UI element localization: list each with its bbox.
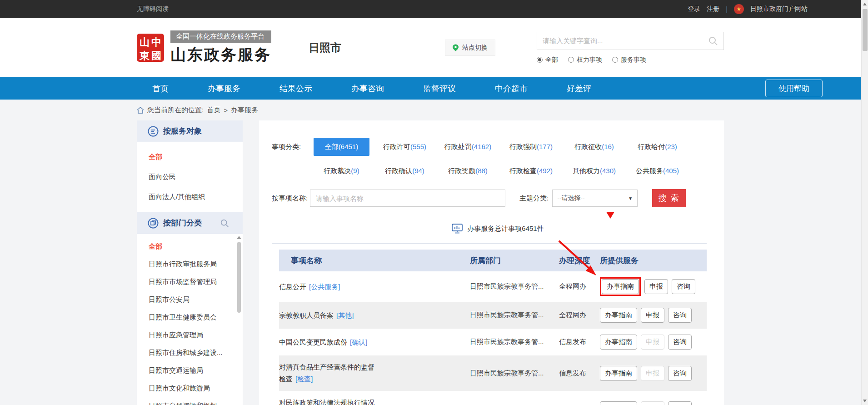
nav-item-home[interactable]: 首页 bbox=[152, 83, 169, 94]
item-name-link[interactable]: 对清真食品生产经营条件的监督检查 bbox=[279, 363, 374, 383]
national-emblem-icon: ★ bbox=[734, 4, 744, 14]
category-xingzhengqueren[interactable]: 行政确认(94) bbox=[373, 167, 436, 175]
item-tag[interactable]: [确认] bbox=[350, 338, 367, 346]
dept-item-all[interactable]: 全部 bbox=[137, 238, 243, 255]
item-department: 日照市民族宗教事务管... bbox=[470, 282, 559, 291]
department-search-icon[interactable] bbox=[220, 219, 229, 228]
consult-button[interactable]: 咨询 bbox=[668, 366, 692, 381]
topic-select[interactable]: --请选择-- ▼ bbox=[552, 190, 638, 207]
list-circle-icon bbox=[148, 126, 159, 137]
category-xingzhengcaijue[interactable]: 行政裁决(9) bbox=[310, 167, 373, 175]
nav-item-rating[interactable]: 好差评 bbox=[567, 83, 591, 94]
portal-link[interactable]: 日照市政府门户网站 bbox=[750, 5, 808, 13]
category-qitaquanli[interactable]: 其他权力(430) bbox=[563, 167, 626, 175]
apply-button-disabled: 申报 bbox=[641, 401, 664, 405]
page-scrollbar[interactable] bbox=[861, 0, 868, 405]
nav-item-supervision[interactable]: 监督评议 bbox=[423, 83, 456, 94]
item-tag[interactable]: [其他] bbox=[336, 311, 354, 319]
table-row: 中国公民变更民族成份[确认] 日照市民族宗教事务管... 信息发布 办事指南 申… bbox=[279, 329, 707, 355]
item-department: 日照市民族宗教事务管... bbox=[470, 369, 559, 378]
scroll-up-arrow-icon[interactable] bbox=[237, 236, 241, 239]
guide-button[interactable]: 办事指南 bbox=[600, 401, 637, 405]
item-name-link[interactable]: 中国公民变更民族成份 bbox=[279, 338, 347, 346]
item-name-link[interactable]: 信息公开 bbox=[279, 283, 306, 290]
category-xingzhengjiangli[interactable]: 行政奖励(88) bbox=[436, 167, 499, 175]
breadcrumb-separator: > bbox=[224, 106, 228, 114]
item-department: 日照市民族宗教事务管... bbox=[470, 311, 559, 320]
breadcrumb-home[interactable]: 首页 bbox=[207, 106, 220, 115]
scope-power-radio[interactable]: 权力事项 bbox=[568, 56, 602, 64]
item-depth: 信息发布 bbox=[559, 369, 600, 378]
dept-item-health-commission[interactable]: 日照市卫生健康委员会 bbox=[137, 309, 243, 326]
search-icon[interactable] bbox=[708, 36, 718, 46]
category-xingzhengzhengshou[interactable]: 行政征收(16) bbox=[563, 143, 626, 151]
dept-item-public-security[interactable]: 日照市公安局 bbox=[137, 291, 243, 309]
dept-item-approval-bureau[interactable]: 日照市行政审批服务局 bbox=[137, 255, 243, 273]
guide-button[interactable]: 办事指南 bbox=[600, 335, 637, 350]
item-name-link[interactable]: 对民族政策和法律法规执行情况的监督检查 bbox=[279, 399, 374, 405]
consult-button[interactable]: 咨询 bbox=[668, 335, 692, 350]
nav-item-agency[interactable]: 中介超市 bbox=[495, 83, 528, 94]
nav-item-consult[interactable]: 办事咨询 bbox=[351, 83, 384, 94]
page: 无障碍阅读 登录 注册 | ★ 日照市政府门户网站 山 中 東 國 全国一体化在… bbox=[0, 0, 868, 405]
scope-service-radio[interactable]: 服务事项 bbox=[612, 56, 646, 64]
category-gonggongfuwu[interactable]: 公共服务(405) bbox=[626, 167, 689, 175]
consult-button[interactable]: 咨询 bbox=[672, 279, 695, 294]
apply-button[interactable]: 申报 bbox=[641, 308, 664, 323]
scroll-down-arrow-icon[interactable] bbox=[863, 400, 867, 402]
category-xingzhengjifu[interactable]: 行政给付(23) bbox=[626, 143, 689, 151]
dept-item-emergency-management[interactable]: 日照市应急管理局 bbox=[137, 326, 243, 344]
category-xingzhengchufa[interactable]: 行政处罚(4162) bbox=[436, 143, 499, 151]
category-all[interactable]: 全部(6451) bbox=[310, 138, 373, 156]
category-xingzhengjiancha[interactable]: 行政检查(492) bbox=[499, 167, 563, 175]
login-link[interactable]: 登录 bbox=[688, 5, 700, 13]
category-row-2: 行政裁决(9) 行政确认(94) 行政奖励(88) 行政检查(492) 其他权力… bbox=[310, 162, 724, 180]
search-filter-row: 按事项名称: 主题分类: --请选择-- ▼ 搜 索 bbox=[272, 189, 724, 207]
radio-icon bbox=[612, 57, 618, 63]
category-xingzhengxuke[interactable]: 行政许可(555) bbox=[373, 143, 436, 151]
guide-button[interactable]: 办事指南 bbox=[600, 366, 637, 381]
category-xingzhengqiangzhi[interactable]: 行政强制(177) bbox=[499, 143, 563, 151]
register-link[interactable]: 注册 bbox=[707, 5, 719, 13]
sidebar-item-legal-persons[interactable]: 面向法人/其他组织 bbox=[137, 187, 243, 207]
nav-item-results[interactable]: 结果公示 bbox=[279, 83, 312, 94]
sidebar-item-all[interactable]: 全部 bbox=[137, 147, 243, 167]
dept-item-market-regulation[interactable]: 日照市市场监督管理局 bbox=[137, 273, 243, 291]
departments-scrollbar[interactable] bbox=[237, 236, 241, 313]
site-switch-button[interactable]: 站点切换 bbox=[445, 40, 495, 56]
keyword-search-input[interactable] bbox=[543, 37, 708, 45]
help-button[interactable]: 使用帮助 bbox=[765, 80, 823, 97]
item-name-link[interactable]: 宗教教职人员备案 bbox=[279, 311, 334, 319]
guide-button[interactable]: 办事指南 bbox=[602, 279, 639, 294]
item-depth: 全程网办 bbox=[559, 282, 600, 291]
item-tag[interactable]: [公共服务] bbox=[309, 283, 340, 290]
consult-button[interactable]: 咨询 bbox=[668, 308, 692, 323]
table-top-divider bbox=[272, 244, 707, 244]
main-panel: 事项分类: 全部(6451) 行政许可(555) 行政处罚(4162) 行政强制… bbox=[259, 120, 724, 405]
dept-item-transportation[interactable]: 日照市交通运输局 bbox=[137, 362, 243, 380]
col-department: 所属部门 bbox=[470, 255, 559, 266]
sidebar-item-citizens[interactable]: 面向公民 bbox=[137, 167, 243, 187]
accessibility-link[interactable]: 无障碍阅读 bbox=[137, 5, 169, 13]
topbar-divider: | bbox=[726, 5, 728, 13]
scrollbar-thumb[interactable] bbox=[237, 242, 241, 313]
scope-all-radio[interactable]: 全部 bbox=[537, 56, 558, 64]
departments-title: 按部门分类 bbox=[163, 218, 202, 228]
item-depth: 信息发布 bbox=[559, 338, 600, 346]
item-name-input[interactable] bbox=[310, 190, 505, 207]
item-tag[interactable]: [检查] bbox=[295, 375, 313, 383]
scrollbar-thumb[interactable] bbox=[863, 9, 868, 51]
dept-item-natural-resources[interactable]: 日照市自然资源和规划... bbox=[137, 397, 243, 405]
consult-button[interactable]: 咨询 bbox=[668, 401, 692, 405]
nav-item-services[interactable]: 办事服务 bbox=[208, 83, 240, 94]
table-row: 对民族政策和法律法规执行情况的监督检查[检查] 日照市民族宗教事务管... 信息… bbox=[279, 391, 707, 405]
breadcrumb-current: 办事服务 bbox=[231, 106, 258, 115]
table-row: 信息公开[公共服务] 日照市民族宗教事务管... 全程网办 办事指南 申报 咨询 bbox=[279, 271, 707, 302]
dept-item-culture-tourism[interactable]: 日照市文化和旅游局 bbox=[137, 380, 243, 397]
search-button[interactable]: 搜 索 bbox=[652, 189, 686, 207]
scroll-up-arrow-icon[interactable] bbox=[863, 3, 867, 5]
location-pin-icon bbox=[453, 44, 459, 51]
apply-button[interactable]: 申报 bbox=[644, 279, 668, 294]
dept-item-housing-construction[interactable]: 日照市住房和城乡建设... bbox=[137, 344, 243, 362]
guide-button[interactable]: 办事指南 bbox=[600, 308, 637, 323]
